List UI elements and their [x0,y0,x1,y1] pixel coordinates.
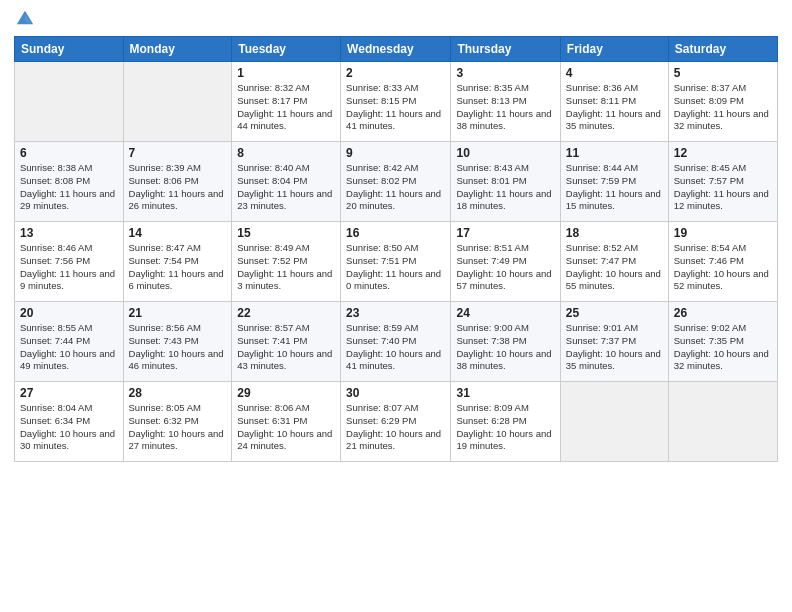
weekday-header-monday: Monday [123,37,232,62]
day-info: Sunrise: 8:55 AM Sunset: 7:44 PM Dayligh… [20,322,118,373]
weekday-header-row: SundayMondayTuesdayWednesdayThursdayFrid… [15,37,778,62]
day-number: 17 [456,226,554,240]
calendar-cell: 30Sunrise: 8:07 AM Sunset: 6:29 PM Dayli… [341,382,451,462]
day-number: 11 [566,146,663,160]
calendar-cell: 28Sunrise: 8:05 AM Sunset: 6:32 PM Dayli… [123,382,232,462]
calendar-cell: 15Sunrise: 8:49 AM Sunset: 7:52 PM Dayli… [232,222,341,302]
day-number: 10 [456,146,554,160]
calendar-cell: 25Sunrise: 9:01 AM Sunset: 7:37 PM Dayli… [560,302,668,382]
calendar-cell: 20Sunrise: 8:55 AM Sunset: 7:44 PM Dayli… [15,302,124,382]
day-info: Sunrise: 8:57 AM Sunset: 7:41 PM Dayligh… [237,322,335,373]
week-row-1: 1Sunrise: 8:32 AM Sunset: 8:17 PM Daylig… [15,62,778,142]
day-info: Sunrise: 8:06 AM Sunset: 6:31 PM Dayligh… [237,402,335,453]
day-info: Sunrise: 8:39 AM Sunset: 8:06 PM Dayligh… [129,162,227,213]
day-number: 4 [566,66,663,80]
day-info: Sunrise: 8:42 AM Sunset: 8:02 PM Dayligh… [346,162,445,213]
day-info: Sunrise: 8:33 AM Sunset: 8:15 PM Dayligh… [346,82,445,133]
day-number: 16 [346,226,445,240]
day-number: 2 [346,66,445,80]
day-number: 26 [674,306,772,320]
page: SundayMondayTuesdayWednesdayThursdayFrid… [0,0,792,612]
header [14,10,778,28]
day-number: 3 [456,66,554,80]
weekday-header-wednesday: Wednesday [341,37,451,62]
day-number: 22 [237,306,335,320]
calendar-cell: 7Sunrise: 8:39 AM Sunset: 8:06 PM Daylig… [123,142,232,222]
calendar-cell: 17Sunrise: 8:51 AM Sunset: 7:49 PM Dayli… [451,222,560,302]
calendar-cell: 3Sunrise: 8:35 AM Sunset: 8:13 PM Daylig… [451,62,560,142]
day-number: 9 [346,146,445,160]
day-info: Sunrise: 9:02 AM Sunset: 7:35 PM Dayligh… [674,322,772,373]
day-info: Sunrise: 8:05 AM Sunset: 6:32 PM Dayligh… [129,402,227,453]
day-number: 23 [346,306,445,320]
day-number: 25 [566,306,663,320]
day-number: 29 [237,386,335,400]
calendar-cell: 14Sunrise: 8:47 AM Sunset: 7:54 PM Dayli… [123,222,232,302]
calendar-cell [560,382,668,462]
calendar-cell [123,62,232,142]
day-info: Sunrise: 8:52 AM Sunset: 7:47 PM Dayligh… [566,242,663,293]
weekday-header-saturday: Saturday [668,37,777,62]
calendar-cell: 29Sunrise: 8:06 AM Sunset: 6:31 PM Dayli… [232,382,341,462]
week-row-4: 20Sunrise: 8:55 AM Sunset: 7:44 PM Dayli… [15,302,778,382]
day-number: 28 [129,386,227,400]
calendar-cell: 5Sunrise: 8:37 AM Sunset: 8:09 PM Daylig… [668,62,777,142]
day-number: 20 [20,306,118,320]
weekday-header-thursday: Thursday [451,37,560,62]
day-info: Sunrise: 8:37 AM Sunset: 8:09 PM Dayligh… [674,82,772,133]
calendar-cell: 2Sunrise: 8:33 AM Sunset: 8:15 PM Daylig… [341,62,451,142]
calendar-cell: 10Sunrise: 8:43 AM Sunset: 8:01 PM Dayli… [451,142,560,222]
week-row-2: 6Sunrise: 8:38 AM Sunset: 8:08 PM Daylig… [15,142,778,222]
calendar-cell: 26Sunrise: 9:02 AM Sunset: 7:35 PM Dayli… [668,302,777,382]
day-info: Sunrise: 8:45 AM Sunset: 7:57 PM Dayligh… [674,162,772,213]
calendar-cell: 9Sunrise: 8:42 AM Sunset: 8:02 PM Daylig… [341,142,451,222]
day-info: Sunrise: 8:54 AM Sunset: 7:46 PM Dayligh… [674,242,772,293]
weekday-header-friday: Friday [560,37,668,62]
logo-icon [15,8,35,28]
day-number: 7 [129,146,227,160]
day-info: Sunrise: 8:43 AM Sunset: 8:01 PM Dayligh… [456,162,554,213]
day-number: 5 [674,66,772,80]
calendar-cell: 16Sunrise: 8:50 AM Sunset: 7:51 PM Dayli… [341,222,451,302]
day-number: 1 [237,66,335,80]
day-number: 15 [237,226,335,240]
day-number: 8 [237,146,335,160]
day-info: Sunrise: 9:00 AM Sunset: 7:38 PM Dayligh… [456,322,554,373]
day-number: 13 [20,226,118,240]
calendar-table: SundayMondayTuesdayWednesdayThursdayFrid… [14,36,778,462]
day-info: Sunrise: 8:50 AM Sunset: 7:51 PM Dayligh… [346,242,445,293]
day-number: 30 [346,386,445,400]
calendar-cell: 23Sunrise: 8:59 AM Sunset: 7:40 PM Dayli… [341,302,451,382]
day-info: Sunrise: 8:59 AM Sunset: 7:40 PM Dayligh… [346,322,445,373]
day-number: 31 [456,386,554,400]
day-info: Sunrise: 8:38 AM Sunset: 8:08 PM Dayligh… [20,162,118,213]
day-number: 24 [456,306,554,320]
calendar-cell: 22Sunrise: 8:57 AM Sunset: 7:41 PM Dayli… [232,302,341,382]
calendar-cell: 24Sunrise: 9:00 AM Sunset: 7:38 PM Dayli… [451,302,560,382]
day-number: 18 [566,226,663,240]
day-info: Sunrise: 8:44 AM Sunset: 7:59 PM Dayligh… [566,162,663,213]
day-number: 14 [129,226,227,240]
calendar-cell: 21Sunrise: 8:56 AM Sunset: 7:43 PM Dayli… [123,302,232,382]
day-info: Sunrise: 8:36 AM Sunset: 8:11 PM Dayligh… [566,82,663,133]
day-info: Sunrise: 8:35 AM Sunset: 8:13 PM Dayligh… [456,82,554,133]
week-row-3: 13Sunrise: 8:46 AM Sunset: 7:56 PM Dayli… [15,222,778,302]
day-info: Sunrise: 8:09 AM Sunset: 6:28 PM Dayligh… [456,402,554,453]
calendar-cell: 6Sunrise: 8:38 AM Sunset: 8:08 PM Daylig… [15,142,124,222]
weekday-header-tuesday: Tuesday [232,37,341,62]
day-info: Sunrise: 8:32 AM Sunset: 8:17 PM Dayligh… [237,82,335,133]
day-info: Sunrise: 8:49 AM Sunset: 7:52 PM Dayligh… [237,242,335,293]
calendar-cell: 27Sunrise: 8:04 AM Sunset: 6:34 PM Dayli… [15,382,124,462]
calendar-cell: 13Sunrise: 8:46 AM Sunset: 7:56 PM Dayli… [15,222,124,302]
day-info: Sunrise: 8:40 AM Sunset: 8:04 PM Dayligh… [237,162,335,213]
day-number: 12 [674,146,772,160]
day-info: Sunrise: 8:51 AM Sunset: 7:49 PM Dayligh… [456,242,554,293]
calendar-cell: 19Sunrise: 8:54 AM Sunset: 7:46 PM Dayli… [668,222,777,302]
day-number: 6 [20,146,118,160]
day-info: Sunrise: 8:56 AM Sunset: 7:43 PM Dayligh… [129,322,227,373]
calendar-cell: 11Sunrise: 8:44 AM Sunset: 7:59 PM Dayli… [560,142,668,222]
day-number: 19 [674,226,772,240]
calendar-cell [15,62,124,142]
calendar-cell: 31Sunrise: 8:09 AM Sunset: 6:28 PM Dayli… [451,382,560,462]
calendar-cell: 12Sunrise: 8:45 AM Sunset: 7:57 PM Dayli… [668,142,777,222]
